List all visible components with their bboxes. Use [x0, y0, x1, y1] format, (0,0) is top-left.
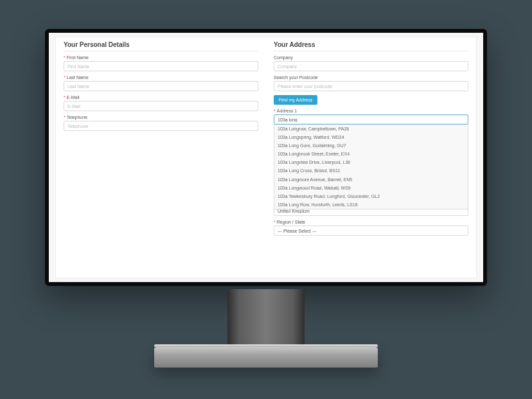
address-suggestion[interactable]: 103a Long Cross, Bristol, BS11 — [274, 166, 468, 175]
personal-heading: Your Personal Details — [64, 41, 258, 51]
telephone-field: *Telephone — [64, 115, 258, 131]
last-name-input[interactable] — [64, 81, 258, 91]
email-label: *E-Mail — [64, 95, 258, 100]
last-name-label: *Last Name — [64, 75, 258, 80]
telephone-input[interactable] — [64, 121, 258, 131]
telephone-label: *Telephone — [64, 115, 258, 120]
first-name-input[interactable] — [64, 61, 258, 71]
required-icon: * — [274, 220, 276, 224]
address-suggestion[interactable]: 103a Long Gore, Godalming, GU7 — [274, 141, 468, 150]
monitor-frame: Your Personal Details *First Name *Last … — [45, 29, 487, 286]
required-icon: * — [64, 75, 66, 80]
address-suggestion[interactable]: 103a Longmore Avenue, Barnet, EN5 — [274, 175, 468, 184]
company-field: Company — [274, 55, 468, 71]
address1-field: *Address 1 103a Longrow, Campbeltown, PA… — [274, 109, 468, 125]
required-icon: * — [64, 115, 66, 120]
first-name-label: *First Name — [64, 55, 258, 60]
address1-input[interactable] — [274, 114, 468, 125]
required-icon: * — [64, 95, 66, 100]
region-select[interactable]: --- Please Select --- — [274, 226, 468, 236]
form-page: Your Personal Details *First Name *Last … — [55, 37, 477, 278]
address1-label: *Address 1 — [274, 109, 468, 113]
region-label: *Region / State — [274, 220, 468, 224]
personal-details-column: Your Personal Details *First Name *Last … — [56, 37, 266, 278]
address-heading: Your Address — [274, 41, 468, 51]
last-name-field: *Last Name — [64, 75, 258, 91]
monitor-neck — [227, 289, 305, 347]
email-field: *E-Mail — [64, 95, 258, 111]
address-suggestion[interactable]: 103a Long Row, Horsforth, Leeds, LS18 — [274, 200, 468, 209]
required-icon: * — [64, 55, 66, 60]
screen: Your Personal Details *First Name *Last … — [49, 33, 483, 282]
required-icon: * — [274, 109, 276, 113]
address-suggestion[interactable]: 103a Longbrook Street, Exeter, EX4 — [274, 150, 468, 158]
email-input[interactable] — [64, 101, 258, 111]
monitor-base — [154, 347, 378, 368]
address-suggestion[interactable]: 103a Tewkesbury Road, Longford, Gloucest… — [274, 192, 468, 200]
postcode-field: Search your Postcode — [274, 75, 468, 91]
postcode-label: Search your Postcode — [274, 75, 468, 80]
address-suggestions-dropdown: 103a Longrow, Campbeltown, PA28 103a Lon… — [274, 125, 468, 209]
company-input[interactable] — [274, 61, 468, 71]
first-name-field: *First Name — [64, 55, 258, 71]
address-suggestion[interactable]: 103a Longrow, Campbeltown, PA28 — [274, 125, 468, 133]
address-suggestion[interactable]: 103a Longspring, Watford, WD24 — [274, 133, 468, 141]
address-suggestion[interactable]: 103a Longwood Road, Walsall, WS9 — [274, 184, 468, 192]
address-suggestion[interactable]: 103a Longview Drive, Liverpool, L36 — [274, 158, 468, 166]
find-address-button[interactable]: Find my Address — [274, 95, 317, 105]
company-label: Company — [274, 55, 468, 60]
address-column: Your Address Company Search your Postcod… — [266, 37, 476, 278]
region-field: *Region / State --- Please Select --- — [274, 220, 468, 236]
postcode-input[interactable] — [274, 81, 468, 91]
